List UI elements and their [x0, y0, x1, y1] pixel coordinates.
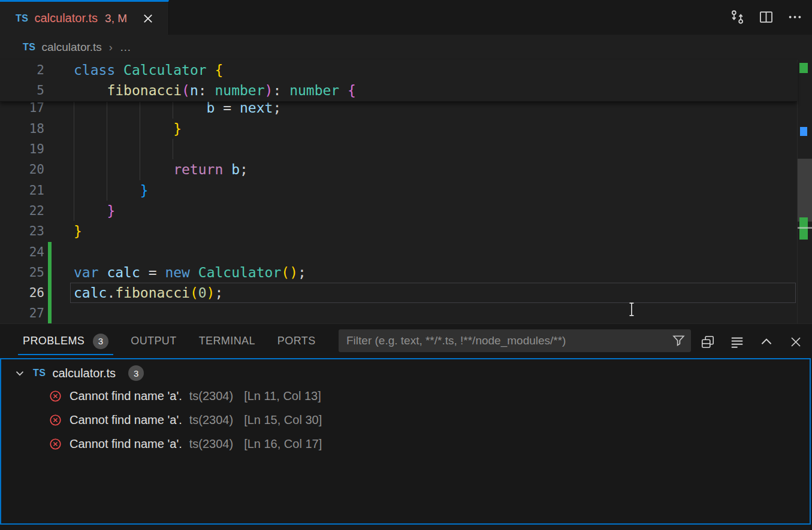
line-number[interactable]: 18 — [0, 119, 44, 139]
problems-group-filename: calculator.ts — [52, 367, 116, 380]
panel-tab-problems[interactable]: PROBLEMS3 — [23, 324, 108, 358]
breadcrumb-separator-icon: › — [109, 41, 113, 54]
problems-list: TS calculator.ts 3 Cannot find name 'a'.… — [0, 358, 812, 526]
problems-count-badge: 3 — [93, 334, 108, 349]
breadcrumb[interactable]: TS calculator.ts › … — [0, 35, 812, 60]
sticky-line-2[interactable]: 2class Calculator { — [0, 60, 797, 80]
bottom-panel: PROBLEMS3OUTPUTTERMINALPORTS — [0, 323, 812, 530]
problem-source: ts(2304) — [189, 437, 233, 451]
overview-git-added-mark — [799, 63, 808, 73]
error-icon — [49, 437, 62, 451]
line-number[interactable]: 24 — [0, 242, 44, 262]
code-line-20[interactable]: 20 return b; — [0, 159, 797, 180]
problem-location: [Ln 11, Col 13] — [244, 389, 321, 403]
tab-calculator-ts[interactable]: TS calculator.ts 3, M — [0, 0, 169, 35]
line-number[interactable]: 26 — [0, 283, 44, 303]
view-as-table-icon[interactable] — [699, 333, 716, 350]
problem-source: ts(2304) — [189, 413, 233, 427]
line-number[interactable]: 22 — [0, 201, 44, 221]
line-number: 2 — [0, 60, 44, 80]
code-line-26[interactable]: 26calc.fibonacci(0); — [0, 283, 797, 303]
problem-item[interactable]: Cannot find name 'a'.ts(2304)[Ln 15, Col… — [0, 408, 811, 432]
typescript-file-icon: TS — [16, 13, 28, 24]
panel-actions — [699, 333, 804, 350]
typescript-file-icon: TS — [33, 368, 46, 378]
line-number[interactable]: 21 — [0, 180, 44, 201]
more-actions-icon[interactable] — [786, 8, 804, 26]
code-line-22[interactable]: 22 } — [0, 201, 797, 221]
problems-filter-input[interactable] — [339, 329, 670, 352]
problem-location: [Ln 16, Col 17] — [244, 437, 322, 451]
line-number: 5 — [0, 80, 44, 101]
problems-file-group[interactable]: TS calculator.ts 3 — [0, 362, 811, 384]
problem-source: ts(2304) — [189, 389, 233, 403]
vscode-window: { "tab_bar": { "tab": { "file_icon": "TS… — [0, 0, 812, 530]
problem-message: Cannot find name 'a'. — [70, 389, 182, 403]
line-number[interactable]: 23 — [0, 221, 44, 241]
close-panel-icon[interactable] — [787, 333, 804, 350]
mouse-cursor-ibeam — [627, 301, 636, 320]
panel-tab-bar: PROBLEMS3OUTPUTTERMINALPORTS — [0, 324, 316, 358]
code-line-23[interactable]: 23} — [0, 221, 797, 241]
line-number[interactable]: 25 — [0, 262, 44, 283]
breadcrumb-file[interactable]: calculator.ts — [41, 41, 101, 54]
code-line-27[interactable]: 27 — [0, 303, 797, 323]
problem-location: [Ln 15, Col 30] — [244, 413, 322, 427]
typescript-file-icon: TS — [23, 42, 35, 53]
code-line-21[interactable]: 21 } — [0, 180, 797, 201]
tab-title: calculator.ts — [34, 11, 98, 25]
overview-info-mark — [800, 127, 807, 136]
code-line-24[interactable]: 24 — [0, 242, 797, 262]
filter-icon — [671, 333, 686, 350]
panel-tab-output[interactable]: OUTPUT — [131, 324, 176, 358]
chevron-down-icon[interactable] — [13, 367, 26, 380]
scrollbar-thumb[interactable] — [798, 159, 812, 222]
sticky-scroll[interactable]: 2class Calculator {5 fibonacci(n: number… — [0, 60, 797, 102]
problems-filter — [339, 329, 691, 352]
overview-cursor-mark — [798, 227, 812, 229]
breadcrumb-symbol-ellipsis[interactable]: … — [120, 41, 131, 54]
split-editor-icon[interactable] — [757, 8, 775, 26]
problems-group-count-badge: 3 — [128, 365, 144, 381]
error-icon — [49, 413, 62, 427]
tab-close-icon[interactable] — [140, 11, 156, 26]
error-icon — [49, 389, 62, 403]
editor-tab-bar: TS calculator.ts 3, M — [0, 0, 812, 35]
code-line-19[interactable]: 19 — [0, 139, 797, 159]
editor-scrollbar[interactable] — [797, 60, 812, 323]
code-line-18[interactable]: 18 } — [0, 119, 797, 139]
open-changes-icon[interactable] — [729, 8, 746, 26]
collapse-all-icon[interactable] — [728, 333, 745, 350]
git-added-indicator — [48, 242, 52, 324]
problem-message: Cannot find name 'a'. — [70, 413, 182, 427]
line-number[interactable]: 20 — [0, 159, 44, 180]
code-editor[interactable]: 17 b = next;18 }1920 return b;21 }22 }23… — [0, 60, 812, 323]
problem-item[interactable]: Cannot find name 'a'.ts(2304)[Ln 11, Col… — [0, 384, 811, 408]
line-number[interactable]: 27 — [0, 303, 44, 323]
sticky-line-5[interactable]: 5 fibonacci(n: number): number { — [0, 80, 797, 101]
problem-message: Cannot find name 'a'. — [70, 437, 182, 451]
code-line-25[interactable]: 25var calc = new Calculator(); — [0, 262, 797, 283]
panel-tab-terminal[interactable]: TERMINAL — [199, 324, 255, 358]
editor-actions — [729, 8, 804, 26]
problem-item[interactable]: Cannot find name 'a'.ts(2304)[Ln 16, Col… — [0, 432, 811, 456]
maximize-panel-icon[interactable] — [757, 333, 775, 350]
line-number[interactable]: 19 — [0, 139, 44, 159]
panel-tab-ports[interactable]: PORTS — [277, 324, 316, 358]
tab-problems-modified-decoration: 3, M — [105, 12, 127, 25]
